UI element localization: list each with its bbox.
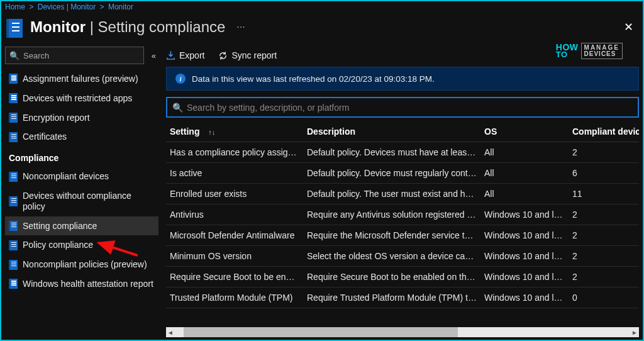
sidebar-item[interactable]: Setting compliance xyxy=(5,216,158,236)
sidebar-item[interactable]: Devices with restricted apps xyxy=(5,89,158,108)
cell-description: Default policy. Device must regularly co… xyxy=(303,163,480,184)
info-banner-text: Data in this view was last refreshed on … xyxy=(192,74,435,84)
cell-compliant: 2 xyxy=(569,142,639,163)
cell-description: Default policy. Devices must have at lea… xyxy=(303,142,480,163)
cell-compliant: 2 xyxy=(569,246,639,267)
cell-os: Windows 10 and later xyxy=(480,225,569,246)
table-row[interactable]: Trusted Platform Module (TPM)Require Tru… xyxy=(166,288,639,308)
cell-compliant: 2 xyxy=(569,204,639,225)
sidebar-item-label: Devices with restricted apps xyxy=(23,93,132,104)
main-panel: Export Sync report i Data in this view w… xyxy=(158,44,643,337)
sidebar-item[interactable]: Noncompliant policies (preview) xyxy=(5,255,158,274)
cell-setting: Microsoft Defender Antimalware xyxy=(166,225,303,246)
sort-icon: ↑↓ xyxy=(208,128,215,136)
cell-description: Require the Microsoft Defender service t… xyxy=(303,225,480,246)
refresh-icon xyxy=(218,51,228,60)
report-icon xyxy=(9,221,18,231)
report-icon xyxy=(9,74,18,84)
table-row[interactable]: Is activeDefault policy. Device must reg… xyxy=(166,163,639,184)
page-title: Monitor | Setting compliance xyxy=(30,18,225,36)
breadcrumb-item[interactable]: Home xyxy=(5,3,25,11)
column-header-compliant[interactable]: Compliant devices xyxy=(569,121,639,142)
sidebar-item-label: Setting compliance xyxy=(23,221,97,232)
table-row[interactable]: Microsoft Defender AntimalwareRequire th… xyxy=(166,225,639,246)
sidebar: 🔍 Search « Assignment failures (preview)… xyxy=(1,44,158,337)
cell-compliant: 6 xyxy=(569,163,639,184)
search-icon: 🔍 xyxy=(172,103,183,113)
report-icon xyxy=(9,132,18,142)
cell-compliant: 0 xyxy=(569,288,639,308)
horizontal-scrollbar[interactable]: ◄ ► xyxy=(166,327,639,337)
cell-compliant: 2 xyxy=(569,225,639,246)
report-icon xyxy=(9,172,18,182)
cell-setting: Enrolled user exists xyxy=(166,184,303,204)
column-header-os[interactable]: OS xyxy=(480,121,569,142)
table-row[interactable]: Minimum OS versionSelect the oldest OS v… xyxy=(166,246,639,267)
export-button[interactable]: Export xyxy=(166,50,204,60)
toolbar: Export Sync report xyxy=(166,47,639,67)
sidebar-item-label: Noncompliant devices xyxy=(23,171,109,182)
cell-os: Windows 10 and later xyxy=(480,204,569,225)
cell-os: All xyxy=(480,163,569,184)
sidebar-item[interactable]: Devices without compliance policy xyxy=(5,186,158,216)
sidebar-item[interactable]: Assignment failures (preview) xyxy=(5,69,158,89)
settings-table: Setting ↑↓ Description OS Compliant devi… xyxy=(166,121,639,308)
sidebar-search-input[interactable]: 🔍 Search xyxy=(5,47,144,64)
page-header: Monitor | Setting compliance ··· ✕ xyxy=(1,13,643,44)
info-icon: i xyxy=(175,74,186,84)
sidebar-item-label: Encryption report xyxy=(23,113,90,123)
chevron-right-icon: > xyxy=(29,3,33,11)
sidebar-item-label: Noncompliant policies (preview) xyxy=(23,259,147,270)
table-row[interactable]: Require Secure Boot to be enabled on the… xyxy=(166,267,639,288)
close-button[interactable]: ✕ xyxy=(621,20,635,34)
cell-setting: Trusted Platform Module (TPM) xyxy=(166,288,303,308)
cell-description: Select the oldest OS version a device ca… xyxy=(303,246,480,267)
more-actions-button[interactable]: ··· xyxy=(236,21,245,33)
cell-os: Windows 10 and later xyxy=(480,288,569,308)
report-icon xyxy=(9,240,18,250)
breadcrumb: Home > Devices | Monitor > Monitor xyxy=(1,1,643,13)
table-search-input[interactable]: 🔍 Search by setting, description, or pla… xyxy=(166,97,639,118)
table-row[interactable]: AntivirusRequire any Antivirus solution … xyxy=(166,204,639,225)
sidebar-item[interactable]: Encryption report xyxy=(5,108,158,128)
info-banner: i Data in this view was last refreshed o… xyxy=(166,67,639,91)
sync-report-button[interactable]: Sync report xyxy=(218,50,277,60)
sidebar-item[interactable]: Noncompliant devices xyxy=(5,167,158,186)
search-icon: 🔍 xyxy=(9,51,19,60)
sidebar-item-label: Devices without compliance policy xyxy=(23,191,155,212)
breadcrumb-item[interactable]: Monitor xyxy=(108,3,133,11)
report-icon xyxy=(9,93,18,103)
sidebar-section-heading: Compliance xyxy=(5,147,158,167)
cell-setting: Require Secure Boot to be enabled on the… xyxy=(166,267,303,288)
monitor-icon xyxy=(6,19,23,38)
cell-setting: Antivirus xyxy=(166,204,303,225)
sidebar-item[interactable]: Certificates xyxy=(5,127,158,147)
sidebar-item-label: Assignment failures (preview) xyxy=(23,74,138,84)
column-header-setting[interactable]: Setting ↑↓ xyxy=(166,121,303,142)
table-row[interactable]: Enrolled user existsDefault policy. The … xyxy=(166,184,639,204)
sidebar-item-label: Certificates xyxy=(23,131,67,142)
scroll-left-icon[interactable]: ◄ xyxy=(166,329,175,336)
cell-os: All xyxy=(480,184,569,204)
cell-description: Require Secure Boot to be enabled on the… xyxy=(303,267,480,288)
cell-description: Require any Antivirus solution registere… xyxy=(303,204,480,225)
cell-os: Windows 10 and later xyxy=(480,246,569,267)
scrollbar-thumb[interactable] xyxy=(184,327,458,337)
sidebar-item[interactable]: Windows health attestation report xyxy=(5,274,158,294)
report-icon xyxy=(9,260,18,270)
collapse-sidebar-button[interactable]: « xyxy=(149,51,158,60)
breadcrumb-item[interactable]: Devices | Monitor xyxy=(38,3,96,11)
cell-setting: Is active xyxy=(166,163,303,184)
cell-setting: Minimum OS version xyxy=(166,246,303,267)
table-row[interactable]: Has a compliance policy assignedDefault … xyxy=(166,142,639,163)
scroll-right-icon[interactable]: ► xyxy=(630,329,639,336)
cell-setting: Has a compliance policy assigned xyxy=(166,142,303,163)
report-icon xyxy=(9,279,18,289)
column-header-description[interactable]: Description xyxy=(303,121,480,142)
cell-os: All xyxy=(480,142,569,163)
cell-os: Windows 10 and later xyxy=(480,267,569,288)
sidebar-item[interactable]: Policy compliance xyxy=(5,235,158,255)
cell-compliant: 11 xyxy=(569,184,639,204)
report-icon xyxy=(9,113,18,123)
cell-description: Require Trusted Platform Module (TPM) to… xyxy=(303,288,480,308)
